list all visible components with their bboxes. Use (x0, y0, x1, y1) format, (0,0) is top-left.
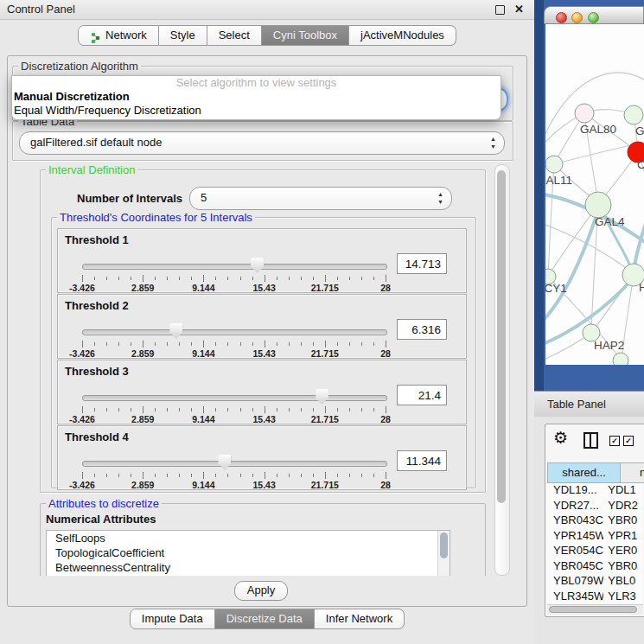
threshold-slider-track[interactable] (82, 395, 387, 401)
tick-mark (289, 408, 290, 411)
list-scrollbar-thumb[interactable] (440, 532, 448, 558)
table-row[interactable]: YDR27...YDR2 (547, 499, 643, 514)
apply-button[interactable]: Apply (234, 581, 288, 601)
tick-mark (215, 277, 216, 280)
threshold-slider-track[interactable] (82, 264, 387, 270)
tick-mark (131, 277, 131, 280)
combo-stepper-icon[interactable]: ▲▼ (490, 135, 496, 150)
network-node[interactable] (585, 192, 611, 218)
bottom-tab-impute-data[interactable]: Impute Data (130, 609, 215, 629)
settings-scrollbar-thumb[interactable] (497, 170, 506, 503)
checkbox-icon[interactable]: ✓ (609, 436, 620, 446)
threshold-slider-track[interactable] (82, 329, 387, 335)
threshold-slider-handle[interactable] (251, 258, 264, 273)
tick-mark (203, 472, 204, 479)
tick-mark (289, 474, 290, 477)
attribute-list-item[interactable]: BetweennessCentrality (47, 560, 450, 575)
close-traffic-light-icon[interactable] (556, 12, 567, 23)
threshold-value-field[interactable]: 21.4 (397, 385, 447, 405)
tick-mark (386, 472, 386, 479)
threshold-slider-track[interactable] (82, 461, 387, 467)
slider-ticks (82, 275, 386, 283)
threshold-value-field[interactable]: 11.344 (397, 450, 447, 471)
table-data-combobox[interactable]: galFiltered.sif default node ▲▼ (19, 131, 505, 155)
list-scrollbar[interactable] (437, 531, 450, 576)
threshold-slider-handle[interactable] (218, 455, 231, 470)
table-row[interactable]: YBL079WYBL0 (547, 574, 643, 590)
bottom-tab-infer-network[interactable]: Infer Network (315, 609, 405, 629)
tick-label: -3.426 (69, 480, 95, 490)
tick-mark (252, 277, 253, 280)
tick-label: -3.426 (69, 414, 95, 424)
threshold-value-field[interactable]: 6.316 (397, 319, 447, 340)
tick-label: 2.859 (131, 480, 154, 490)
tick-mark (301, 474, 302, 477)
column-header-name[interactable]: n (621, 462, 644, 483)
cell-name: YBR0 (603, 559, 643, 575)
tab-select[interactable]: Select (207, 25, 262, 46)
num-intervals-combobox[interactable]: 5 ▲▼ (189, 187, 452, 210)
tick-mark (106, 408, 107, 411)
network-node[interactable] (624, 105, 643, 124)
table-row[interactable]: YDL19...YDL1 (547, 483, 643, 499)
slider-tick-labels: -3.4262.8599.14415.4321.71528 (82, 480, 386, 489)
tab-style[interactable]: Style (159, 25, 207, 46)
table-row[interactable]: YER054CYER0 (547, 544, 643, 559)
table-row[interactable]: YLR345WYLR3 (547, 590, 643, 604)
tick-label: 28 (380, 283, 391, 293)
table-horizontal-scrollbar[interactable] (547, 604, 643, 615)
tick-mark (203, 406, 204, 413)
close-icon[interactable]: ✕ (514, 3, 524, 16)
dropdown-option-manual[interactable]: Manual Discretization (12, 90, 501, 104)
tick-mark (373, 277, 374, 280)
tick-mark (167, 474, 168, 477)
attribute-list-item[interactable]: TopologicalCoefficient (47, 545, 450, 560)
checkbox-icon[interactable]: ✓ (623, 436, 634, 446)
column-header-shared-name[interactable]: shared... (547, 462, 621, 483)
tick-mark (191, 277, 192, 280)
tab-jactivemnodules[interactable]: jActiveMNodules (349, 25, 456, 46)
gear-icon[interactable]: ⚙ (553, 428, 568, 448)
tab-network[interactable]: Network (78, 25, 159, 46)
threshold-slider-handle[interactable] (169, 323, 182, 339)
network-node[interactable] (613, 353, 628, 365)
network-canvas[interactable]: GAL80GCGAL11GAL4GCY1HHAP2 (545, 24, 644, 365)
network-node[interactable] (575, 104, 594, 123)
attribute-list-item[interactable]: SelfLoops (47, 531, 450, 545)
combo-stepper-icon[interactable]: ▲▼ (437, 190, 443, 206)
tab-cyni-toolbox[interactable]: Cyni Toolbox (262, 25, 349, 46)
network-window-titlebar[interactable] (544, 6, 644, 24)
minimize-traffic-light-icon[interactable] (571, 12, 583, 23)
tab-label: jActiveMNodules (360, 26, 444, 45)
network-node-label: C (637, 158, 644, 171)
threshold-slider-handle[interactable] (316, 389, 328, 405)
dropdown-option-equal-width[interactable]: Equal Width/Frequency Discretization (12, 104, 501, 118)
tick-mark (349, 408, 350, 411)
bottom-tab-discretize-data[interactable]: Discretize Data (215, 609, 315, 629)
float-window-icon[interactable] (495, 5, 505, 15)
slider-ticks (82, 472, 386, 480)
tab-label: Cyni Toolbox (273, 26, 337, 45)
tick-label: 21.715 (311, 283, 339, 293)
tick-mark (361, 474, 362, 477)
table-row[interactable]: YPR145WYPR1 (547, 529, 643, 545)
tick-mark (265, 275, 265, 282)
table-hscrollbar-thumb[interactable] (549, 606, 637, 613)
table-row[interactable]: YBR045CYBR0 (547, 559, 643, 575)
numerical-attributes-list[interactable]: SelfLoopsTopologicalCoefficientBetweenne… (46, 530, 450, 576)
zoom-traffic-light-icon[interactable] (588, 12, 599, 23)
cell-name: YPR1 (603, 529, 643, 545)
threshold-value-field[interactable]: 14.713 (397, 253, 447, 274)
table-row[interactable]: YBR043CYBR0 (547, 513, 643, 529)
tab-label: Style (170, 26, 195, 45)
network-node[interactable] (545, 156, 563, 173)
tick-mark (349, 474, 350, 477)
network-edge (545, 221, 632, 272)
algorithm-group-label: Discretization Algorithm (18, 60, 141, 73)
tick-mark (131, 408, 131, 411)
network-graph: GAL80GCGAL11GAL4GCY1HHAP2 (545, 24, 644, 365)
network-view-window: GAL80GCGAL11GAL4GCY1HHAP2 (544, 6, 644, 365)
tick-label: 21.715 (311, 480, 339, 490)
settings-scrollbar[interactable] (494, 164, 510, 576)
split-columns-icon[interactable] (583, 432, 598, 449)
